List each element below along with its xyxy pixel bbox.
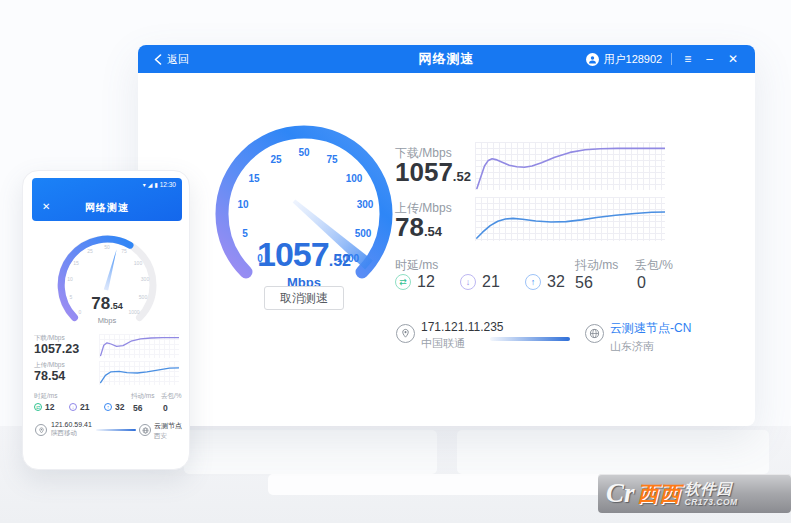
titlebar-divider bbox=[671, 53, 672, 65]
phone-loss-label: 丢包/% bbox=[161, 392, 182, 401]
phone-gauge-needle bbox=[104, 249, 117, 290]
download-value: 1057.52 bbox=[395, 157, 471, 188]
loss-value: 0 bbox=[637, 274, 646, 292]
latency-item-ping: ⇄ 12 bbox=[395, 273, 435, 291]
globe-icon bbox=[139, 424, 151, 436]
phone-upload-value: 78.54 bbox=[34, 369, 65, 383]
ping-icon: ⇄ bbox=[395, 274, 411, 290]
download-value-dec: .52 bbox=[453, 169, 471, 184]
titlebar-controls: 用户128902 ≡ – ✕ bbox=[586, 51, 755, 67]
phone-latency-item-upload: ↑ 32 bbox=[104, 402, 124, 412]
phone-download-value: 1057.23 bbox=[34, 342, 79, 356]
phone-latency-label: 时延/ms bbox=[34, 392, 57, 401]
gauge-arc bbox=[209, 119, 399, 309]
down-arrow-icon: ↓ bbox=[69, 403, 77, 411]
phone-header: ▾ ◢ ▮ 12:30 ✕ 网络测速 bbox=[32, 178, 182, 221]
node-name[interactable]: 云测节点 bbox=[154, 421, 182, 431]
status-time: 12:30 bbox=[160, 181, 176, 188]
latency-value: 21 bbox=[482, 273, 500, 291]
client-isp: 陕西移动 bbox=[51, 429, 92, 438]
latency-value: 32 bbox=[547, 273, 565, 291]
up-arrow-icon: ↑ bbox=[525, 274, 541, 290]
jitter-value: 56 bbox=[575, 274, 593, 292]
connection-line bbox=[490, 337, 570, 341]
down-arrow-icon: ↓ bbox=[460, 274, 476, 290]
user-avatar-icon bbox=[586, 53, 599, 66]
phone-upload-chart bbox=[99, 361, 179, 385]
speedtest-window: 返回 网络测速 用户128902 ≡ – ✕ bbox=[138, 45, 755, 426]
latency-item-download: ↓ 21 bbox=[460, 273, 500, 291]
jitter-label: 抖动/ms bbox=[575, 257, 618, 274]
connection-line bbox=[96, 429, 136, 431]
ping-icon: ⇄ bbox=[34, 403, 42, 411]
phone-mockup: ▾ ◢ ▮ 12:30 ✕ 网络测速 bbox=[22, 170, 190, 470]
back-button[interactable]: 返回 bbox=[154, 52, 189, 67]
back-label: 返回 bbox=[167, 52, 189, 67]
latency-value: 21 bbox=[80, 402, 89, 412]
phone-download-chart bbox=[99, 334, 179, 358]
phone-status-bar: ▾ ◢ ▮ 12:30 bbox=[143, 181, 176, 188]
client-ip: 171.121.11.235 bbox=[421, 320, 504, 334]
phone-jitter-label: 抖动/ms bbox=[131, 392, 154, 401]
signal-icon: ◢ bbox=[148, 181, 153, 188]
phone-client-info: 121.60.59.41 陕西移动 bbox=[51, 421, 92, 438]
background-card-left bbox=[184, 430, 437, 474]
phone-jitter-value: 56 bbox=[133, 403, 142, 413]
node-location: 西安 bbox=[154, 432, 182, 441]
battery-icon: ▮ bbox=[154, 181, 157, 188]
gauge-needle bbox=[293, 200, 373, 270]
close-icon[interactable]: ✕ bbox=[725, 51, 741, 67]
client-ip: 121.60.59.41 bbox=[51, 421, 92, 428]
watermark-logo: Cr bbox=[606, 480, 635, 507]
phone-loss-value: 0 bbox=[163, 403, 168, 413]
loss-label: 丢包/% bbox=[635, 257, 673, 274]
latency-value: 12 bbox=[45, 402, 54, 412]
menu-icon[interactable]: ≡ bbox=[681, 51, 694, 67]
watermark-suffix: 软件园 bbox=[685, 481, 733, 496]
window-title: 网络测速 bbox=[419, 45, 475, 73]
wifi-icon: ▾ bbox=[143, 181, 146, 188]
phone-latency-item-ping: ⇄ 12 bbox=[34, 402, 54, 412]
page: 返回 网络测速 用户128902 ≡ – ✕ bbox=[0, 0, 791, 523]
site-watermark: Cr 西西 软件园 CR173.COM bbox=[598, 474, 791, 513]
node-location: 山东济南 bbox=[610, 339, 691, 354]
client-info: 171.121.11.235 中国联通 bbox=[421, 320, 504, 351]
up-arrow-icon: ↑ bbox=[104, 403, 112, 411]
phone-gauge-arc bbox=[52, 230, 162, 340]
cancel-test-button[interactable]: 取消测速 bbox=[264, 286, 344, 310]
watermark-brand: 西西 bbox=[638, 480, 682, 508]
phone-speed-gauge: 0 5 10 15 25 50 75 100 300 500 1000 78.5… bbox=[52, 230, 162, 340]
user-account[interactable]: 用户128902 bbox=[586, 52, 663, 67]
node-name[interactable]: 云测速节点-CN bbox=[610, 320, 691, 337]
latency-value: 12 bbox=[417, 273, 435, 291]
speed-gauge: 0 5 10 15 25 50 75 100 300 500 1000 1057… bbox=[209, 119, 399, 309]
location-pin-icon bbox=[396, 324, 415, 343]
watermark-domain: CR173.COM bbox=[685, 498, 738, 507]
latency-item-upload: ↑ 32 bbox=[525, 273, 565, 291]
username: 用户128902 bbox=[604, 52, 663, 67]
node-info: 云测速节点-CN 山东济南 bbox=[610, 320, 691, 354]
background-card-center bbox=[268, 474, 626, 495]
phone-latency-item-download: ↓ 21 bbox=[69, 402, 89, 412]
back-chevron-icon bbox=[154, 54, 162, 65]
phone-node-info: 云测节点 西安 bbox=[154, 421, 182, 441]
upload-chart bbox=[475, 197, 665, 241]
latency-value: 32 bbox=[115, 402, 124, 412]
download-value-int: 1057 bbox=[395, 157, 453, 187]
phone-title: 网络测速 bbox=[32, 201, 182, 215]
titlebar: 返回 网络测速 用户128902 ≡ – ✕ bbox=[138, 45, 755, 73]
background-card-right bbox=[457, 430, 769, 474]
upload-value-int: 78 bbox=[395, 212, 424, 242]
upload-value-dec: .54 bbox=[424, 224, 442, 239]
latency-label: 时延/ms bbox=[395, 257, 438, 274]
location-pin-icon bbox=[35, 424, 47, 436]
upload-value: 78.54 bbox=[395, 212, 442, 243]
globe-icon bbox=[585, 324, 604, 343]
download-chart bbox=[475, 142, 665, 190]
minimize-icon[interactable]: – bbox=[703, 51, 716, 67]
